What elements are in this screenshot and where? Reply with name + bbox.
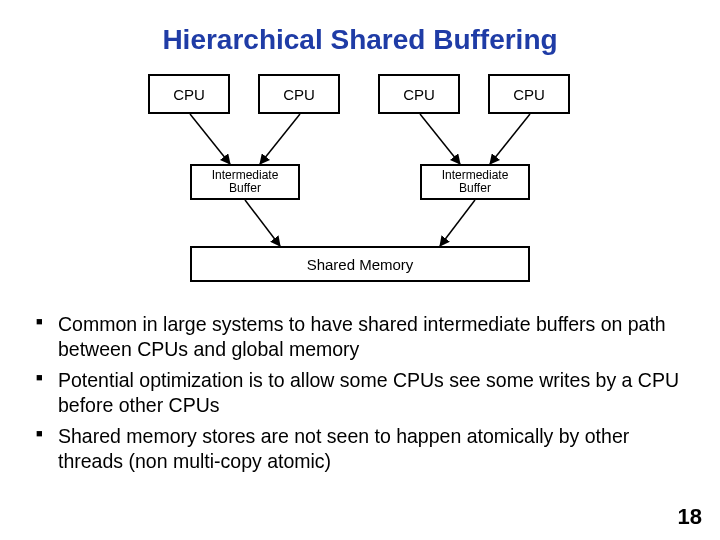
svg-line-1 [260, 114, 300, 164]
cpu-box-0: CPU [148, 74, 230, 114]
cpu-box-1: CPU [258, 74, 340, 114]
diagram: CPU CPU CPU CPU Intermediate Buffer Inte… [130, 74, 590, 294]
cpu-box-2: CPU [378, 74, 460, 114]
svg-line-5 [440, 200, 475, 246]
intermediate-buffer-1: Intermediate Buffer [420, 164, 530, 200]
bullet-list: Common in large systems to have shared i… [32, 312, 688, 474]
bullet-item: Shared memory stores are not seen to hap… [36, 424, 684, 474]
intermediate-buffer-0: Intermediate Buffer [190, 164, 300, 200]
bullet-item: Common in large systems to have shared i… [36, 312, 684, 362]
shared-memory-box: Shared Memory [190, 246, 530, 282]
cpu-box-3: CPU [488, 74, 570, 114]
svg-line-3 [490, 114, 530, 164]
page-number: 18 [678, 504, 702, 530]
svg-line-4 [245, 200, 280, 246]
slide-title: Hierarchical Shared Buffering [32, 24, 688, 56]
svg-line-0 [190, 114, 230, 164]
svg-line-2 [420, 114, 460, 164]
bullet-item: Potential optimization is to allow some … [36, 368, 684, 418]
